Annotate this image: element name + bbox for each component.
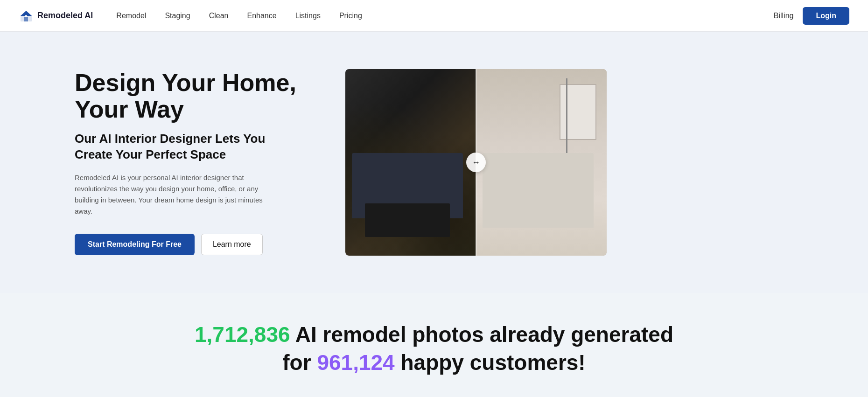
stats-text-for: for: [282, 350, 317, 375]
stats-section: 1,712,836 AI remodel photos already gene…: [0, 293, 868, 397]
compare-handle[interactable]: ↔: [466, 153, 486, 172]
hero-description: Remodeled AI is your personal AI interio…: [75, 172, 280, 217]
hero-buttons: Start Remodeling For Free Learn more: [75, 234, 308, 255]
nav-pricing[interactable]: Pricing: [339, 12, 362, 20]
hero-section: Design Your Home,Your Way Our AI Interio…: [0, 32, 868, 293]
learn-more-button[interactable]: Learn more: [201, 234, 263, 255]
logo-icon: [19, 8, 34, 23]
stats-count-purple: 961,124: [317, 350, 394, 375]
stats-text-middle: AI remodel photos already generated: [295, 322, 673, 347]
stats-text-end: happy customers!: [395, 350, 586, 375]
stats-text: 1,712,836 AI remodel photos already gene…: [19, 321, 849, 377]
hero-text: Design Your Home,Your Way Our AI Interio…: [75, 70, 308, 255]
nav-listings[interactable]: Listings: [295, 12, 321, 20]
before-image: [345, 69, 476, 256]
nav-clean[interactable]: Clean: [209, 12, 229, 20]
start-remodeling-button[interactable]: Start Remodeling For Free: [75, 234, 195, 255]
logo[interactable]: Remodeled AI: [19, 8, 93, 23]
svg-rect-2: [25, 15, 27, 17]
billing-link[interactable]: Billing: [774, 12, 794, 20]
after-image: [476, 69, 607, 256]
nav-remodel[interactable]: Remodel: [116, 12, 146, 20]
svg-rect-1: [24, 17, 28, 21]
nav-staging[interactable]: Staging: [165, 12, 190, 20]
navigation: Remodeled AI Remodel Staging Clean Enhan…: [0, 0, 868, 32]
stats-count-green: 1,712,836: [195, 322, 290, 347]
hero-title: Design Your Home,Your Way: [75, 70, 308, 123]
login-button[interactable]: Login: [803, 7, 849, 25]
nav-links: Remodel Staging Clean Enhance Listings P…: [116, 12, 773, 20]
nav-enhance[interactable]: Enhance: [247, 12, 276, 20]
hero-subtitle: Our AI Interior Designer Lets YouCreate …: [75, 131, 308, 163]
nav-right: Billing Login: [774, 7, 849, 25]
before-after-comparison[interactable]: ↔: [345, 69, 607, 256]
